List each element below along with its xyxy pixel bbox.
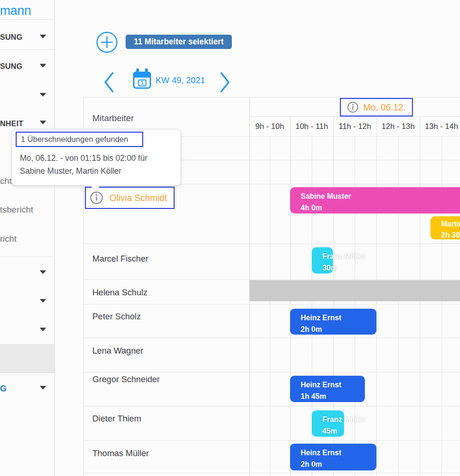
tooltip-title: 1 Überschneidungen gefunden	[16, 132, 143, 147]
caret-down-icon	[40, 35, 46, 38]
chevron-right-icon	[219, 72, 231, 93]
employee-name[interactable]: Thomas Müller	[92, 448, 149, 458]
overlap-tooltip: 1 Überschneidungen gefunden Mo, 06.12. -…	[12, 129, 181, 186]
time-column-header: 10h - 11h	[290, 116, 333, 136]
employee-name[interactable]: Helena Schulz	[92, 287, 147, 298]
sidebar-divider	[0, 19, 54, 20]
time-column-header: 9h - 10h	[249, 116, 290, 136]
employee-row-flagged[interactable]: Olivia Schmidt	[85, 187, 175, 209]
calendar-button[interactable]: 1	[133, 68, 151, 89]
sidebar-divider	[0, 49, 54, 50]
sidebar: mann SUNG SUNG NHEIT cht tsbericht richt	[0, 0, 55, 476]
caret-down-icon	[40, 64, 46, 67]
shift-bar[interactable]: Heinz Ernst 1h 45m	[290, 376, 365, 402]
sidebar-link-2[interactable]: tsbericht	[0, 205, 33, 215]
next-week-button[interactable]	[219, 72, 231, 93]
add-employee-button[interactable]	[96, 31, 118, 53]
info-icon[interactable]	[347, 101, 359, 113]
blocked-bar	[249, 280, 460, 301]
week-label: KW 49, 2021	[156, 75, 205, 85]
sidebar-divider	[0, 256, 54, 257]
chevron-left-icon	[103, 72, 115, 93]
prev-week-button[interactable]	[103, 72, 115, 93]
shift-bar[interactable]: Sabine Muster 4h 0m	[290, 187, 460, 214]
caret-down-icon	[40, 328, 46, 331]
employee-name[interactable]: Dieter Thiem	[92, 414, 141, 424]
caret-down-icon	[40, 386, 46, 390]
sidebar-active-item-highlight[interactable]	[0, 344, 54, 373]
calendar-day-number: 1	[138, 79, 146, 86]
selected-count-badge[interactable]: 11 Mitarbeiter selektiert	[126, 35, 232, 49]
brand-fragment[interactable]: mann	[0, 4, 31, 18]
shift-bar[interactable]: Heinz Ernst 2h 0m	[290, 309, 376, 335]
plus-icon	[96, 31, 118, 53]
caret-down-icon	[40, 270, 46, 274]
employee-column-header: Mitarbeiter	[92, 113, 134, 123]
sidebar-link-3[interactable]: richt	[0, 234, 17, 244]
day-header-label: Mo, 06.12.	[363, 102, 406, 113]
shift-planner-screen: mann SUNG SUNG NHEIT cht tsbericht richt	[0, 0, 460, 476]
employee-name[interactable]: Gregor Schneider	[92, 374, 160, 384]
shift-bar[interactable]: Heinz Ernst 2h 0m	[290, 444, 376, 470]
caret-down-icon	[40, 93, 46, 97]
employee-name[interactable]: Peter Scholz	[92, 311, 141, 322]
employee-name[interactable]: Marcel Fischer	[92, 254, 148, 264]
sidebar-link-1[interactable]: cht	[0, 176, 12, 186]
caret-down-icon	[40, 299, 46, 303]
caret-down-icon	[40, 121, 46, 124]
day-header[interactable]: Mo, 06.12.	[340, 98, 413, 116]
shift-bar[interactable]: Franz Müller 30m	[312, 247, 333, 274]
employee-name: Olivia Schmidt	[109, 193, 167, 203]
time-column-header: 12h - 13h	[376, 116, 420, 136]
shift-bar[interactable]: Martin Köller 2h 30m	[430, 216, 460, 239]
time-column-header: 11h - 12h	[333, 116, 376, 136]
info-icon[interactable]	[90, 191, 103, 205]
tooltip-detail: Mo, 06.12. - von 01:15 bis 02:00 für Sab…	[20, 152, 147, 177]
employee-name[interactable]: Lena Wagner	[92, 346, 143, 356]
time-column-header: 13h - 14h	[420, 116, 460, 136]
shift-bar[interactable]: Franz Müller 45m	[312, 410, 344, 437]
